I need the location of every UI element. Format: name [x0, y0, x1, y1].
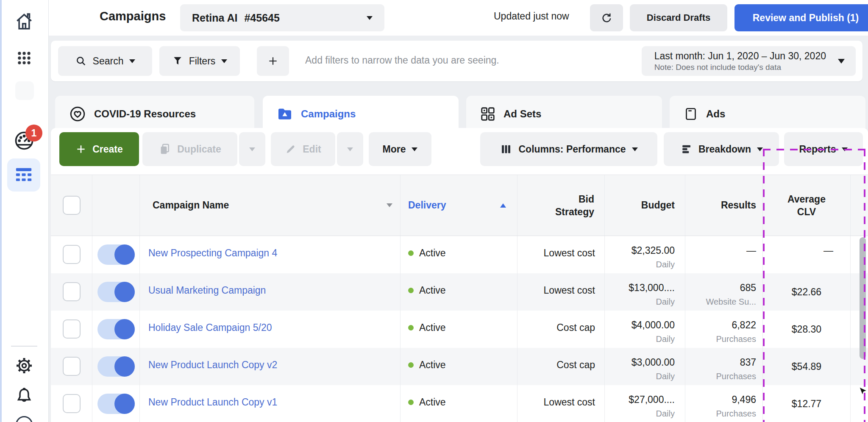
edit-button[interactable]: Edit [271, 132, 335, 166]
campaign-name-link[interactable]: Holiday Sale Campaign 5/20 [148, 322, 272, 333]
chevron-down-icon [757, 147, 763, 151]
updated-status: Updated just now [494, 11, 569, 22]
refresh-button[interactable] [590, 4, 623, 31]
column-header-results[interactable]: Results [721, 200, 756, 211]
filters-label: Filters [189, 56, 216, 67]
chevron-down-icon [347, 147, 353, 151]
add-filter-button[interactable] [257, 46, 289, 76]
tab-covid-resources[interactable]: COVID-19 Resources [55, 96, 254, 132]
more-button[interactable]: More [369, 132, 431, 166]
mouse-cursor [858, 386, 868, 397]
tab-label: COVID-19 Resources [94, 108, 196, 120]
date-range-value: Last month: Jun 1, 2020 – Jun 30, 2020 [654, 50, 826, 62]
tab-label: Campaigns [301, 108, 356, 120]
campaign-name-link[interactable]: New Product Launch Copy v1 [148, 397, 277, 408]
column-header-delivery[interactable]: Delivery [408, 200, 446, 211]
campaign-name-link[interactable]: New Product Launch Copy v2 [148, 359, 277, 371]
avg-clv-value: $28.30 [763, 311, 850, 348]
row-checkbox[interactable] [63, 245, 81, 264]
campaign-name-link[interactable]: Usual Marketing Campaign [148, 285, 266, 296]
delivery-status: Active [419, 247, 446, 259]
column-header-campaign-name[interactable]: Campaign Name [153, 200, 229, 211]
results-value: 685 [685, 273, 762, 294]
account-switcher[interactable]: Retina AI #45645 [180, 4, 384, 31]
columns-icon [500, 143, 512, 155]
chevron-down-icon [412, 147, 417, 151]
budget-value: $4,000.00 [605, 311, 685, 331]
column-header-average-clv[interactable]: Average CLV [782, 193, 832, 218]
toggle-knob [114, 394, 135, 414]
duplicate-button[interactable]: Duplicate [142, 132, 237, 166]
duplicate-dropdown-button[interactable] [239, 132, 265, 166]
apps-grid-icon[interactable] [16, 50, 32, 66]
budget-value: $3,000.00 [605, 348, 685, 368]
filters-button[interactable]: Filters [159, 46, 240, 76]
select-all-checkbox[interactable] [63, 196, 81, 215]
column-header-bid-strategy[interactable]: Bid Strategy [544, 193, 594, 218]
campaign-toggle[interactable] [97, 319, 135, 339]
row-checkbox[interactable] [63, 282, 81, 301]
date-range-selector[interactable]: Last month: Jun 1, 2020 – Jun 30, 2020 N… [642, 46, 856, 76]
search-icon [75, 55, 87, 67]
results-label: Purchases [685, 405, 762, 419]
annotation-box-left [763, 149, 765, 422]
bid-strategy-value: Lowest cost [517, 385, 604, 408]
bell-icon[interactable] [14, 386, 34, 406]
home-icon[interactable] [14, 11, 35, 32]
annotation-box-right [864, 149, 865, 422]
review-and-publish-button[interactable]: Review and Publish (1) [734, 4, 868, 31]
filter-bar: Search Filters Add filters to narrow the… [51, 41, 862, 81]
bid-strategy-value: Lowest cost [517, 236, 604, 259]
top-bar: Campaigns Retina AI #45645 Updated just … [49, 0, 868, 36]
results-value: 6,822 [685, 311, 762, 331]
discard-drafts-button[interactable]: Discard Drafts [630, 4, 727, 31]
toggle-knob [114, 356, 135, 377]
sort-ascending-icon[interactable] [500, 203, 506, 208]
gear-icon[interactable] [14, 356, 34, 375]
columns-button[interactable]: Columns: Performance [480, 132, 657, 166]
campaign-toggle[interactable] [97, 244, 135, 265]
row-checkbox[interactable] [63, 357, 81, 376]
ads-page-icon [683, 106, 698, 122]
chevron-down-icon [838, 59, 845, 64]
date-range-note: Note: Does not include today's data [654, 63, 826, 72]
tab-ad-sets[interactable]: Ad Sets [466, 96, 662, 132]
help-icon[interactable] [16, 416, 33, 422]
results-label: Purchases [685, 368, 762, 381]
campaigns-folder-icon [276, 106, 293, 122]
column-header-budget[interactable]: Budget [641, 200, 675, 211]
active-status-dot [408, 400, 414, 405]
notification-badge: 1 [25, 125, 42, 142]
breakdown-button[interactable]: Breakdown [664, 132, 779, 166]
filter-placeholder[interactable]: Add filters to narrow the data you are s… [305, 55, 499, 66]
results-label: Purchases [685, 331, 762, 344]
duplicate-icon [159, 143, 171, 155]
create-button[interactable]: Create [59, 132, 139, 166]
left-sidebar: 1 [0, 0, 49, 422]
results-value: — [685, 236, 762, 256]
avg-clv-value: $22.66 [763, 273, 850, 311]
chevron-down-icon[interactable] [387, 203, 392, 207]
row-checkbox[interactable] [63, 394, 81, 413]
edit-dropdown-button[interactable] [337, 132, 363, 166]
delivery-status: Active [419, 359, 446, 371]
search-button[interactable]: Search [58, 46, 152, 76]
campaign-toggle[interactable] [97, 394, 135, 414]
delivery-status: Active [419, 285, 446, 296]
ads-manager-icon[interactable] [7, 158, 40, 192]
breakdown-icon [680, 143, 693, 155]
tab-ads[interactable]: Ads [670, 96, 865, 132]
table-row: Usual Marketing Campaign Active Lowest c… [51, 273, 868, 311]
avg-clv-value: $54.89 [763, 348, 850, 385]
filter-funnel-icon [172, 56, 183, 67]
budget-period: Daily [605, 331, 685, 344]
tab-campaigns[interactable]: Campaigns [263, 96, 459, 132]
row-checkbox[interactable] [63, 319, 81, 339]
ad-sets-grid-icon [480, 106, 496, 122]
campaign-toggle[interactable] [97, 282, 135, 302]
campaign-name-link[interactable]: New Prospecting Campaign 4 [148, 247, 277, 259]
search-label: Search [93, 56, 124, 67]
campaign-toggle[interactable] [97, 356, 135, 377]
budget-period: Daily [605, 294, 685, 307]
content-panel: Create Duplicate Edit More Columns: Perf… [51, 128, 868, 422]
